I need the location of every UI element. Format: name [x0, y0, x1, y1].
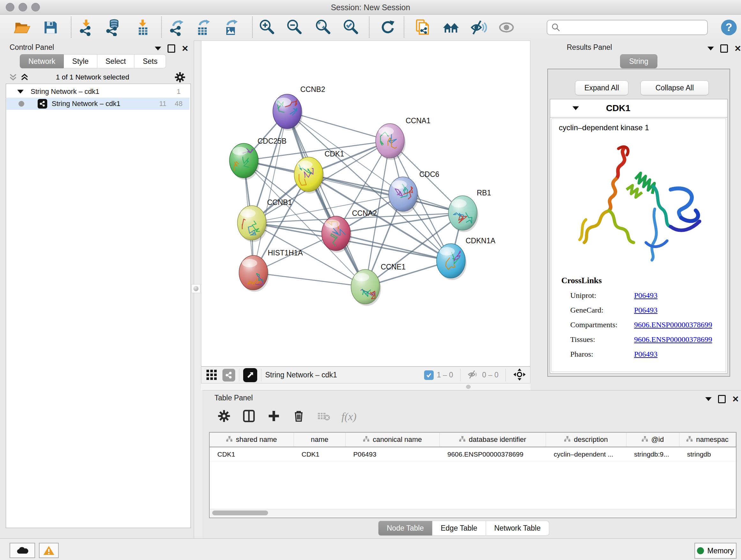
- crosslink-value-link[interactable]: 9606.ENSP00000378699: [634, 335, 712, 344]
- node-CDKN1A[interactable]: CDKN1A: [436, 237, 495, 280]
- grid-view-icon[interactable]: [206, 369, 217, 381]
- export-image-icon[interactable]: [221, 17, 242, 38]
- node-CDC6[interactable]: CDC6: [389, 170, 440, 213]
- hidden-eye-icon[interactable]: [468, 370, 479, 381]
- import-table-icon[interactable]: [132, 17, 153, 38]
- birds-eye-view-icon[interactable]: [243, 368, 257, 382]
- string-style-icon[interactable]: [222, 369, 235, 381]
- table-panel-menu-icon[interactable]: [705, 397, 712, 401]
- expand-all-button[interactable]: Expand All: [575, 80, 628, 95]
- collapse-all-button[interactable]: Collapse All: [641, 80, 709, 95]
- table-panel-close-icon[interactable]: ✕: [732, 396, 739, 402]
- collapse-all-icon[interactable]: [9, 72, 17, 83]
- help-icon[interactable]: ?: [719, 17, 739, 38]
- zoom-selected-icon[interactable]: [341, 17, 361, 38]
- delete-column-icon[interactable]: [292, 409, 306, 424]
- node-label-CCNB1: CCNB1: [267, 198, 292, 206]
- collection-expander-icon[interactable]: [17, 90, 23, 94]
- add-column-icon[interactable]: [267, 409, 281, 424]
- memory-button[interactable]: Memory: [694, 543, 737, 559]
- tab-string[interactable]: String: [620, 54, 657, 68]
- show-columns-icon[interactable]: [242, 409, 256, 424]
- entry-collapse-icon[interactable]: [572, 106, 579, 110]
- cloud-status-button[interactable]: [10, 543, 35, 558]
- column-header-database-identifier[interactable]: database identifier: [440, 433, 546, 447]
- column-header--id[interactable]: @id: [626, 433, 679, 447]
- control-panel-close-icon[interactable]: ✕: [182, 45, 189, 52]
- show-all-eye-icon[interactable]: [496, 17, 517, 38]
- function-builder-icon[interactable]: f(x): [341, 411, 356, 423]
- crosslink-value-link[interactable]: P06493: [634, 306, 657, 314]
- fit-content-crosshair-icon[interactable]: [513, 368, 526, 382]
- table-horizontal-scrollbar[interactable]: [210, 509, 735, 517]
- warning-status-button[interactable]: [39, 543, 59, 558]
- results-panel-close-icon[interactable]: ✕: [734, 45, 741, 52]
- network-options-gear-icon[interactable]: [174, 71, 186, 84]
- node-CDC25B[interactable]: CDC25B: [229, 137, 286, 180]
- scrollbar-thumb[interactable]: [212, 510, 268, 515]
- expand-all-icon[interactable]: [20, 72, 29, 83]
- control-panel-float-icon[interactable]: [167, 44, 175, 53]
- node-CCNE1[interactable]: CCNE1: [351, 263, 406, 306]
- entry-header[interactable]: CDK1: [550, 99, 727, 118]
- tab-network[interactable]: Network: [20, 54, 64, 68]
- hide-selected-eye-icon[interactable]: [468, 17, 489, 38]
- table-panel: Table Panel ✕ f(x) shared na: [202, 390, 741, 539]
- delete-table-icon[interactable]: [317, 409, 331, 424]
- share-document-icon[interactable]: [413, 17, 433, 38]
- network-row[interactable]: String Network – cdk1 11 48: [6, 98, 190, 110]
- control-panel-menu-icon[interactable]: [155, 47, 161, 51]
- open-session-icon[interactable]: [11, 17, 32, 38]
- node-RB1[interactable]: RB1: [448, 189, 491, 232]
- column-header-name[interactable]: name: [294, 433, 346, 447]
- tab-network-table[interactable]: Network Table: [486, 521, 549, 536]
- crosslinks-title: CrossLinks: [561, 276, 726, 286]
- import-network-database-icon[interactable]: [103, 17, 124, 38]
- crosslink-label: Pharos:: [570, 350, 634, 359]
- column-header-shared-name[interactable]: shared name: [210, 433, 294, 447]
- column-header-canonical-name[interactable]: canonical name: [346, 433, 440, 447]
- network-graph[interactable]: CCNB2CCNA1CDC25BCDK1CDC6RB1CCNB1CCNA2CDK…: [201, 41, 530, 366]
- crosslink-value-link[interactable]: P06493: [634, 291, 657, 300]
- table-row[interactable]: CDK1CDK1P064939606.ENSP00000378699cyclin…: [210, 447, 736, 462]
- network-column-icon: [686, 435, 693, 444]
- selected-checkbox-icon[interactable]: [424, 370, 434, 380]
- tab-sets[interactable]: Sets: [134, 54, 166, 68]
- export-table-icon[interactable]: [193, 17, 214, 38]
- crosslink-value-link[interactable]: P06493: [634, 350, 657, 359]
- tab-edge-table[interactable]: Edge Table: [432, 521, 486, 536]
- network-collection-row[interactable]: String Network – cdk1 1: [6, 85, 190, 98]
- table-options-gear-icon[interactable]: [217, 409, 231, 424]
- svg-text:?: ?: [726, 21, 732, 33]
- refresh-icon[interactable]: [378, 17, 398, 38]
- column-label: shared name: [236, 435, 277, 444]
- search-input[interactable]: [547, 20, 708, 35]
- node-HIST1H1A[interactable]: HIST1H1A: [239, 249, 303, 292]
- node-CCNB1[interactable]: CCNB1: [238, 198, 292, 242]
- splitter-handle-dot[interactable]: [466, 385, 471, 389]
- node-label-CCNE1: CCNE1: [381, 263, 406, 271]
- column-header-namespac[interactable]: namespac: [679, 433, 736, 447]
- crosslink-row: Tissues:9606.ENSP00000378699: [570, 332, 726, 347]
- left-splitter-handle[interactable]: [192, 284, 200, 293]
- table-panel-float-icon[interactable]: [718, 395, 726, 403]
- edge-CCNE1-HIST1H1A[interactable]: [253, 273, 365, 287]
- import-network-file-icon[interactable]: [76, 17, 96, 38]
- zoom-in-icon[interactable]: [257, 17, 277, 38]
- network-view-canvas[interactable]: CCNB2CCNA1CDC25BCDK1CDC6RB1CCNB1CCNA2CDK…: [201, 41, 530, 367]
- home-icon[interactable]: [441, 17, 461, 38]
- horizontal-splitter[interactable]: [201, 383, 530, 390]
- save-session-icon[interactable]: [40, 17, 61, 38]
- crosslink-value-link[interactable]: 9606.ENSP00000378699: [634, 320, 712, 329]
- tab-select[interactable]: Select: [97, 54, 135, 68]
- tab-style[interactable]: Style: [64, 54, 97, 68]
- edge-CCNB2-CCNE1[interactable]: [287, 111, 365, 287]
- column-header-description[interactable]: description: [546, 433, 626, 447]
- results-panel-float-icon[interactable]: [720, 44, 728, 53]
- results-panel-menu-icon[interactable]: [708, 47, 714, 51]
- zoom-fit-icon[interactable]: [313, 17, 333, 38]
- tab-node-table[interactable]: Node Table: [378, 521, 432, 536]
- export-network-icon[interactable]: [167, 17, 187, 38]
- node-CCNB2[interactable]: CCNB2: [273, 85, 325, 131]
- zoom-out-icon[interactable]: [284, 17, 305, 38]
